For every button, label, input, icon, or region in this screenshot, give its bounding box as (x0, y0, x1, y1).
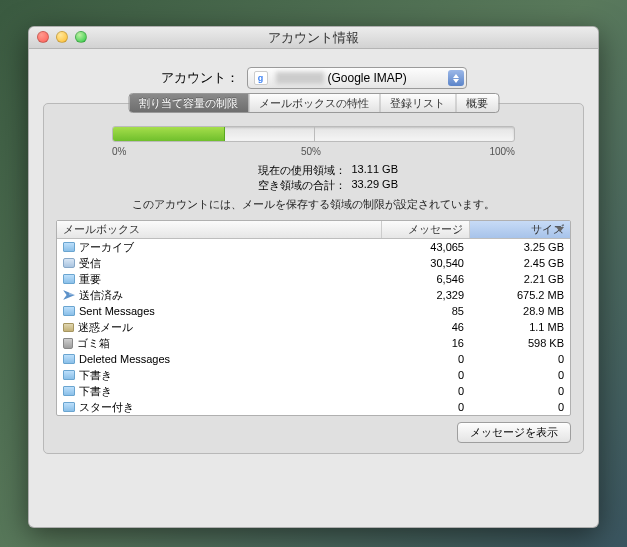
account-select[interactable]: g (Google IMAP) (247, 67, 467, 89)
mailbox-name: 重要 (79, 271, 101, 287)
used-value: 13.11 GB (352, 163, 442, 178)
mailbox-name: 下書き (79, 367, 112, 383)
folder-icon (63, 242, 75, 252)
minimize-icon[interactable] (56, 31, 68, 43)
message-count: 85 (382, 303, 470, 319)
mailbox-size: 28.9 MB (470, 303, 570, 319)
send-icon (63, 290, 75, 300)
message-count: 30,540 (382, 255, 470, 271)
message-count: 2,329 (382, 287, 470, 303)
table-row[interactable]: 重要6,5462.21 GB (57, 271, 570, 287)
trash-icon (63, 338, 73, 349)
mailbox-name: 迷惑メール (78, 319, 133, 335)
col-messages[interactable]: メッセージ (382, 221, 470, 238)
show-messages-button[interactable]: メッセージを表示 (457, 422, 571, 443)
free-label: 空き領域の合計： (186, 178, 346, 193)
mailbox-size: 675.2 MB (470, 287, 570, 303)
table-row[interactable]: Sent Messages8528.9 MB (57, 303, 570, 319)
window-title: アカウント情報 (268, 30, 359, 45)
mailbox-name: ゴミ箱 (77, 335, 110, 351)
quota-progress (112, 126, 515, 142)
message-count: 16 (382, 335, 470, 351)
mailbox-size: 0 (470, 399, 570, 415)
tab-subscriptions[interactable]: 登録リスト (380, 94, 456, 112)
table-row[interactable]: ゴミ箱16598 KB (57, 335, 570, 351)
mailbox-size: 2.21 GB (470, 271, 570, 287)
tabs: 割り当て容量の制限 メールボックスの特性 登録リスト 概要 (128, 93, 499, 113)
table-row[interactable]: アーカイブ43,0653.25 GB (57, 239, 570, 255)
table-row[interactable]: 下書き00 (57, 383, 570, 399)
table-row[interactable]: 下書き00 (57, 367, 570, 383)
table-row[interactable]: 迷惑メール461.1 MB (57, 319, 570, 335)
table-row[interactable]: Deleted Messages00 (57, 351, 570, 367)
mailbox-size: 3.25 GB (470, 239, 570, 255)
message-count: 6,546 (382, 271, 470, 287)
account-info-window: アカウント情報 アカウント： g (Google IMAP) 割り当て容量の制限… (28, 26, 599, 528)
col-size[interactable]: サイズ (470, 221, 570, 238)
progress-scale: 0% 50% 100% (112, 146, 515, 157)
inbox-icon (63, 258, 75, 268)
message-count: 0 (382, 399, 470, 415)
table-row[interactable]: スター付き00 (57, 399, 570, 415)
main-panel: 割り当て容量の制限 メールボックスの特性 登録リスト 概要 0% 50% 100… (43, 103, 584, 454)
table-row[interactable]: 受信30,5402.45 GB (57, 255, 570, 271)
message-count: 0 (382, 383, 470, 399)
folder-icon (63, 274, 75, 284)
mailbox-size: 0 (470, 367, 570, 383)
table-row[interactable]: 送信済み2,329675.2 MB (57, 287, 570, 303)
junk-icon (63, 323, 74, 332)
scale-50: 50% (301, 146, 321, 157)
account-name-redacted (276, 72, 324, 84)
message-count: 46 (382, 319, 470, 335)
mailbox-size: 0 (470, 383, 570, 399)
mailbox-size: 1.1 MB (470, 319, 570, 335)
folder-icon (63, 306, 75, 316)
scale-100: 100% (489, 146, 515, 157)
google-icon: g (254, 71, 268, 85)
tab-summary[interactable]: 概要 (456, 94, 498, 112)
account-provider: (Google IMAP) (328, 71, 407, 85)
mailbox-name: スター付き (79, 399, 134, 415)
scale-0: 0% (112, 146, 126, 157)
titlebar[interactable]: アカウント情報 (29, 27, 598, 49)
free-value: 33.29 GB (352, 178, 442, 193)
used-label: 現在の使用領域： (186, 163, 346, 178)
folder-icon (63, 386, 75, 396)
mailbox-size: 0 (470, 351, 570, 367)
message-count: 0 (382, 367, 470, 383)
mailbox-name: 受信 (79, 255, 101, 271)
folder-icon (63, 354, 75, 364)
mailbox-name: Sent Messages (79, 303, 155, 319)
message-count: 0 (382, 351, 470, 367)
tab-properties[interactable]: メールボックスの特性 (249, 94, 380, 112)
message-count: 43,065 (382, 239, 470, 255)
account-label: アカウント： (161, 69, 239, 87)
zoom-icon[interactable] (75, 31, 87, 43)
mailbox-name: アーカイブ (79, 239, 134, 255)
col-mailbox[interactable]: メールボックス (57, 221, 382, 238)
mailbox-name: Deleted Messages (79, 351, 170, 367)
folder-icon (63, 402, 75, 412)
quota-note: このアカウントには、メールを保存する領域の制限が設定されています。 (56, 197, 571, 212)
mailbox-name: 送信済み (79, 287, 123, 303)
mailbox-size: 2.45 GB (470, 255, 570, 271)
tab-quota[interactable]: 割り当て容量の制限 (129, 94, 249, 112)
close-icon[interactable] (37, 31, 49, 43)
chevron-updown-icon (448, 70, 464, 86)
folder-icon (63, 370, 75, 380)
mailbox-table: メールボックス メッセージ サイズ アーカイブ43,0653.25 GB受信30… (56, 220, 571, 416)
mailbox-size: 598 KB (470, 335, 570, 351)
mailbox-name: 下書き (79, 383, 112, 399)
